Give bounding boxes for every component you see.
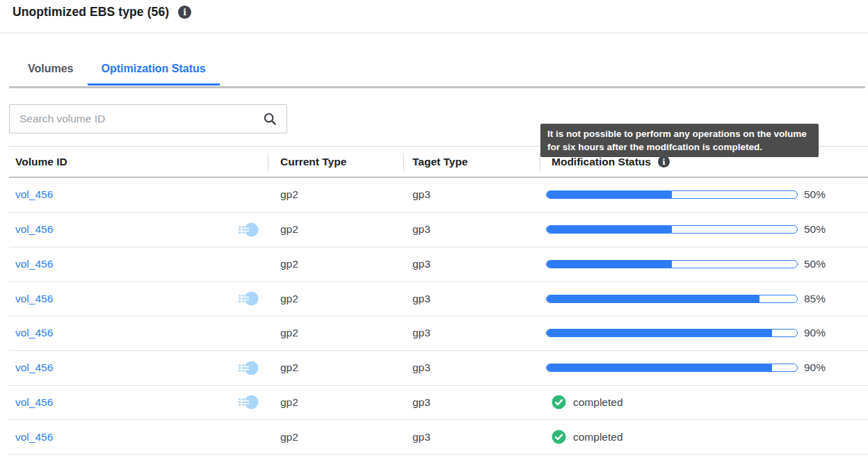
- progress-bar-fill: [547, 364, 772, 371]
- current-type-cell: gp2: [268, 431, 403, 443]
- volume-id-link[interactable]: vol_456: [15, 431, 53, 443]
- table-row: vol_456: [9, 282, 868, 316]
- modification-status-cell: 85%: [540, 293, 868, 305]
- volume-id-link[interactable]: vol_456: [15, 188, 53, 201]
- current-type: gp2: [280, 327, 298, 339]
- progress-bar-fill: [547, 226, 672, 233]
- tooltip: It is not possible to perform any operat…: [540, 124, 819, 157]
- volume-id-cell: vol_456: [9, 221, 268, 238]
- page-title: Unoptimized EBS type (56): [13, 5, 169, 19]
- check-circle-icon: [552, 430, 566, 444]
- volume-id-link[interactable]: vol_456: [15, 361, 53, 374]
- table-row: vol_456: [9, 247, 868, 282]
- current-type-cell: gp2: [268, 258, 403, 270]
- target-type-cell: gp3: [403, 361, 540, 374]
- target-type-cell: gp3: [403, 258, 540, 270]
- current-type-cell: gp2: [268, 188, 403, 201]
- current-type: gp2: [280, 188, 298, 200]
- fast-modification-icon: [238, 393, 259, 411]
- target-type-cell: gp3: [403, 431, 540, 443]
- fast-modification-icon: [238, 290, 259, 307]
- progress-percent: 50%: [804, 223, 826, 236]
- volume-id-cell: vol_456: [9, 393, 268, 411]
- fast-modification-icon: [238, 221, 259, 238]
- target-type-cell: gp3: [403, 327, 540, 339]
- progress: 90%: [546, 327, 826, 339]
- column-header-label: Current Type: [280, 156, 346, 168]
- column-header-label: Modification Status: [552, 156, 651, 168]
- modification-status-cell: 90%: [540, 327, 868, 339]
- progress-bar: [546, 190, 798, 199]
- optimization-status-table: Volume ID Current Type Taget Type Modifi…: [9, 146, 868, 455]
- completed-status: completed: [552, 430, 623, 444]
- search-icon[interactable]: [263, 112, 278, 127]
- target-type-cell: gp3: [403, 223, 540, 236]
- current-type: gp2: [280, 396, 298, 408]
- modification-status-cell: 50%: [540, 223, 868, 236]
- volume-id-cell: vol_456: [9, 325, 268, 342]
- column-header-current-type: Current Type: [268, 147, 403, 177]
- progress-bar: [546, 260, 798, 268]
- current-type-cell: gp2: [268, 327, 403, 339]
- volume-id-link[interactable]: vol_456: [15, 223, 53, 236]
- search-input[interactable]: [10, 113, 263, 125]
- modification-status-cell: completed: [540, 430, 868, 444]
- progress-percent: 50%: [804, 258, 826, 270]
- progress: 50%: [546, 258, 826, 270]
- table-row: vol_456: [9, 386, 868, 421]
- modification-status-cell: 50%: [540, 258, 868, 270]
- modification-status-cell: 90%: [540, 361, 868, 374]
- table-row: vol_456: [9, 316, 868, 351]
- progress-bar: [546, 364, 798, 372]
- fast-modification-icon: [238, 359, 259, 377]
- volume-id-cell: vol_456: [9, 359, 268, 377]
- completed-label: completed: [573, 431, 623, 443]
- volume-id-link[interactable]: vol_456: [15, 258, 53, 270]
- header-divider: [0, 33, 868, 33]
- column-header-label: Volume ID: [15, 156, 67, 168]
- volume-id-cell: vol_456: [9, 186, 268, 204]
- tab-volumes[interactable]: Volumes: [14, 61, 88, 86]
- target-type: gp3: [412, 431, 431, 443]
- completed-label: completed: [573, 396, 623, 409]
- progress-bar: [546, 329, 798, 337]
- info-icon[interactable]: i: [178, 6, 191, 19]
- current-type-cell: gp2: [268, 396, 403, 409]
- volume-id-link[interactable]: vol_456: [15, 293, 53, 305]
- progress-bar-fill: [547, 191, 672, 198]
- volume-id-link[interactable]: vol_456: [15, 396, 53, 409]
- progress-bar: [546, 225, 798, 234]
- table-row: vol_456: [9, 178, 868, 213]
- progress-bar-fill: [547, 261, 672, 268]
- info-icon[interactable]: i: [658, 156, 670, 168]
- progress-percent: 90%: [804, 327, 826, 339]
- tab-optimization-status[interactable]: Optimization Status: [88, 61, 220, 86]
- target-type: gp3: [412, 293, 431, 304]
- current-type-cell: gp2: [268, 361, 403, 374]
- modification-status-cell: completed: [540, 395, 868, 409]
- progress-bar-fill: [547, 329, 772, 336]
- progress: 90%: [546, 361, 826, 374]
- target-type-cell: gp3: [403, 188, 540, 201]
- table-row: vol_456: [9, 213, 868, 247]
- current-type: gp2: [280, 431, 298, 443]
- target-type: gp3: [412, 223, 431, 235]
- target-type: gp3: [412, 396, 431, 408]
- column-header-volume-id: Volume ID: [9, 147, 268, 177]
- column-header-label: Taget Type: [412, 156, 468, 168]
- search-box: [9, 104, 287, 133]
- table-row: vol_456: [9, 420, 868, 455]
- progress-percent: 90%: [804, 361, 826, 374]
- target-type-cell: gp3: [403, 396, 540, 409]
- progress: 50%: [546, 223, 826, 236]
- current-type: gp2: [280, 223, 298, 235]
- target-type: gp3: [412, 188, 431, 200]
- page-header: Unoptimized EBS type (56) i: [13, 5, 191, 19]
- volume-id-cell: vol_456: [9, 255, 268, 272]
- check-circle-icon: [552, 395, 566, 409]
- progress-bar-fill: [547, 295, 760, 302]
- progress: 50%: [546, 188, 826, 201]
- current-type: gp2: [280, 293, 298, 304]
- volume-id-link[interactable]: vol_456: [15, 327, 53, 339]
- table-row: vol_456: [9, 351, 868, 386]
